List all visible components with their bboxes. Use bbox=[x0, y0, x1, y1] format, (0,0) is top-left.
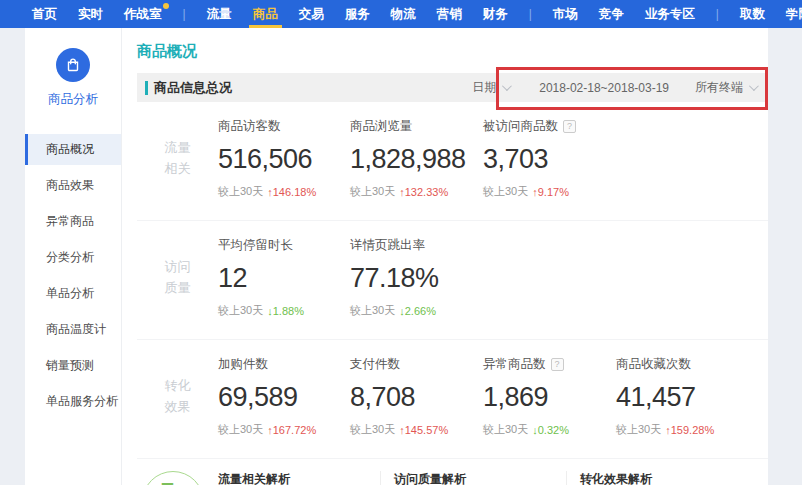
change-value: ↑167.72% bbox=[267, 424, 316, 436]
metric-visited-products: 被访问商品数? 3,703 较上30天 ↑9.17% bbox=[483, 118, 616, 199]
nav-item-academy[interactable]: 学院 bbox=[786, 0, 802, 28]
compare-label: 较上30天 bbox=[350, 422, 395, 437]
metric-label: 平均停留时长 bbox=[218, 237, 293, 254]
chevron-down-icon bbox=[749, 81, 759, 91]
metric-abnormal-products: 异常商品数? 1,869 较上30天 ↓0.32% bbox=[483, 356, 616, 437]
metric-label: 加购件数 bbox=[218, 356, 268, 373]
sidebar-item-product-effect[interactable]: 商品效果 bbox=[25, 170, 121, 201]
nav-item-war-room[interactable]: 作战室 bbox=[124, 0, 162, 28]
sidebar-item-sales-forecast[interactable]: 销量预测 bbox=[25, 350, 121, 381]
change-value: ↓2.66% bbox=[399, 305, 436, 317]
change-value: ↓0.32% bbox=[532, 424, 569, 436]
compare-label: 较上30天 bbox=[483, 184, 528, 199]
sidebar-item-category-analysis[interactable]: 分类分析 bbox=[25, 242, 121, 273]
metric-value: 3,703 bbox=[483, 144, 616, 175]
sidebar: 商品分析 商品概况 商品效果 异常商品 分类分析 单品分析 商品温度计 销量预测… bbox=[25, 28, 122, 485]
sidebar-item-product-thermometer[interactable]: 商品温度计 bbox=[25, 314, 121, 345]
nav-item-market[interactable]: 市场 bbox=[553, 0, 578, 28]
data-insight-badge: 7天 数据解读 bbox=[142, 471, 204, 485]
group-label-conversion: 转化效果 bbox=[137, 356, 218, 437]
compare-label: 较上30天 bbox=[218, 303, 263, 318]
metrics-panel: 流量相关 商品访客数 516,506 较上30天 ↑146.18% 商品浏览量 … bbox=[137, 102, 768, 459]
change-value: ↑146.18% bbox=[267, 186, 316, 198]
compare-label: 较上30天 bbox=[218, 422, 263, 437]
section-title: 商品信息总况 bbox=[154, 79, 232, 97]
metric-label: 商品收藏次数 bbox=[616, 356, 691, 373]
sidebar-item-single-product-service[interactable]: 单品服务分析 bbox=[25, 386, 121, 417]
nav-item-home[interactable]: 首页 bbox=[32, 0, 57, 28]
nav-divider: | bbox=[183, 7, 186, 21]
nav-divider: | bbox=[716, 7, 719, 21]
help-icon[interactable]: ? bbox=[563, 120, 576, 133]
terminal-dropdown[interactable]: 所有终端 bbox=[695, 79, 756, 96]
insight-visit-quality: 访问质量解析 虽然商品详情页日均跳出率比同行平均好，但平均停留时间低于同行平均，… bbox=[380, 471, 566, 485]
nav-item-realtime[interactable]: 实时 bbox=[78, 0, 103, 28]
nav-item-traffic[interactable]: 流量 bbox=[207, 0, 232, 28]
insight-traffic: 流量相关解析 bbox=[218, 471, 380, 485]
metric-label: 商品访客数 bbox=[218, 118, 281, 135]
nav-item-finance[interactable]: 财务 bbox=[483, 0, 508, 28]
change-value: ↓1.88% bbox=[267, 305, 304, 317]
metric-label: 详情页跳出率 bbox=[350, 237, 425, 254]
change-value: ↑132.33% bbox=[399, 186, 448, 198]
nav-item-competition[interactable]: 竞争 bbox=[599, 0, 624, 28]
product-analysis-icon bbox=[56, 48, 90, 82]
metric-paid-items: 支付件数 8,708 较上30天 ↑145.57% bbox=[350, 356, 483, 437]
metric-label: 被访问商品数 bbox=[483, 118, 558, 135]
metric-value: 41,457 bbox=[616, 382, 749, 413]
compare-label: 较上30天 bbox=[218, 184, 263, 199]
nav-item-trade[interactable]: 交易 bbox=[299, 0, 324, 28]
insights-section: 7天 数据解读 流量相关解析 访问质量解析 虽然商品详情页日均跳出率比同行平均好… bbox=[137, 459, 768, 485]
sidebar-item-product-overview[interactable]: 商品概况 bbox=[25, 134, 121, 165]
nav-item-business-zone[interactable]: 业务专区 bbox=[645, 0, 695, 28]
date-range-picker[interactable]: 2018-02-18~2018-03-19 bbox=[539, 81, 669, 95]
chevron-down-icon bbox=[502, 81, 512, 91]
nav-item-marketing[interactable]: 营销 bbox=[437, 0, 462, 28]
sidebar-section-title: 商品分析 bbox=[25, 91, 121, 108]
page-frame: 商品分析 商品概况 商品效果 异常商品 分类分析 单品分析 商品温度计 销量预测… bbox=[0, 28, 802, 485]
metric-product-visitors: 商品访客数 516,506 较上30天 ↑146.18% bbox=[218, 118, 350, 199]
nav-item-product[interactable]: 商品 bbox=[253, 0, 278, 28]
metric-product-favorites: 商品收藏次数 41,457 较上30天 ↑159.28% bbox=[616, 356, 749, 437]
section-accent-bar bbox=[145, 81, 148, 95]
metric-label: 支付件数 bbox=[350, 356, 400, 373]
main-content: 商品概况 商品信息总况 日期 2018-02-18~2018-03-19 所有终… bbox=[122, 28, 768, 485]
compare-label: 较上30天 bbox=[616, 422, 661, 437]
compare-label: 较上30天 bbox=[350, 184, 395, 199]
nav-divider: | bbox=[529, 7, 532, 21]
insight-title: 转化效果解析 bbox=[580, 471, 754, 485]
insight-conversion: 转化效果解析 加购转化率表现还不错，但支付转化率低于同行平均，赶快到异常商品并结… bbox=[566, 471, 768, 485]
sidebar-item-single-product-analysis[interactable]: 单品分析 bbox=[25, 278, 121, 309]
metric-value: 516,506 bbox=[218, 144, 350, 175]
section-header-bar: 商品信息总况 日期 2018-02-18~2018-03-19 所有终端 bbox=[137, 73, 768, 102]
insight-title: 访问质量解析 bbox=[394, 471, 552, 485]
nav-item-service[interactable]: 服务 bbox=[345, 0, 370, 28]
metric-value: 69,589 bbox=[218, 382, 350, 413]
metric-cart-adds: 加购件数 69,589 较上30天 ↑167.72% bbox=[218, 356, 350, 437]
top-nav: 首页 实时 作战室 | 流量 商品 交易 服务 物流 营销 财务 | 市场 竞争… bbox=[0, 0, 802, 28]
metric-product-pageviews: 商品浏览量 1,828,988 较上30天 ↑132.33% bbox=[350, 118, 483, 199]
metric-value: 77.18% bbox=[350, 263, 483, 294]
metric-row-conversion: 转化效果 加购件数 69,589 较上30天 ↑167.72% 支付件数 8,7… bbox=[137, 340, 768, 459]
change-value: ↑159.28% bbox=[665, 424, 714, 436]
notification-dot bbox=[163, 3, 169, 9]
nav-item-logistics[interactable]: 物流 bbox=[391, 0, 416, 28]
sidebar-menu: 商品概况 商品效果 异常商品 分类分析 单品分析 商品温度计 销量预测 单品服务… bbox=[25, 134, 121, 417]
metric-value: 1,869 bbox=[483, 382, 616, 413]
date-type-dropdown[interactable]: 日期 bbox=[472, 79, 509, 96]
sidebar-header: 商品分析 bbox=[25, 28, 121, 108]
insight-title: 流量相关解析 bbox=[218, 471, 366, 485]
help-icon[interactable]: ? bbox=[551, 358, 564, 371]
group-label-traffic: 流量相关 bbox=[137, 118, 218, 199]
compare-label: 较上30天 bbox=[483, 422, 528, 437]
badge-days-number: 7 bbox=[161, 478, 175, 485]
metric-label: 商品浏览量 bbox=[350, 118, 413, 135]
metric-row-visit-quality: 访问质量 平均停留时长 12 较上30天 ↓1.88% 详情页跳出率 77.18… bbox=[137, 221, 768, 340]
insight-badge-column: 7天 数据解读 bbox=[137, 471, 218, 485]
compare-label: 较上30天 bbox=[350, 303, 395, 318]
sidebar-item-abnormal-products[interactable]: 异常商品 bbox=[25, 206, 121, 237]
nav-item-data-extract[interactable]: 取数 bbox=[740, 0, 765, 28]
page-title: 商品概况 bbox=[137, 42, 768, 61]
metric-avg-stay-time: 平均停留时长 12 较上30天 ↓1.88% bbox=[218, 237, 350, 318]
change-value: ↑145.57% bbox=[399, 424, 448, 436]
